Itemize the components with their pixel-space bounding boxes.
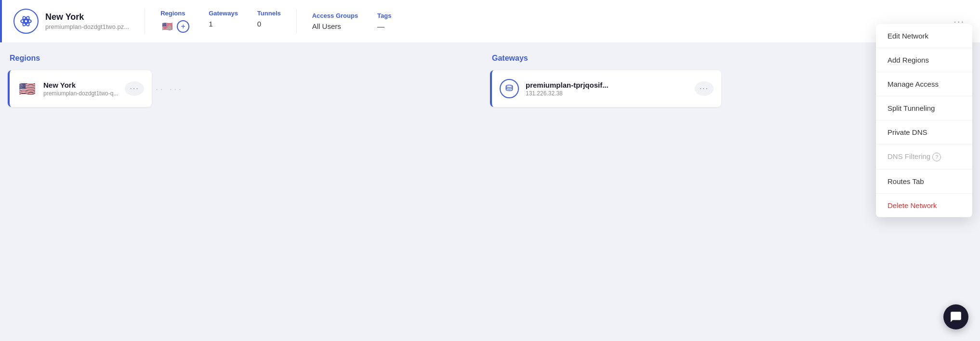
- tags-value: —: [377, 22, 391, 30]
- gateway-name: premiumplan-tprjqosif...: [526, 81, 688, 89]
- svg-point-0: [25, 20, 28, 23]
- dots-connector: ·· ···: [152, 83, 187, 94]
- regions-title: Regions: [8, 54, 490, 63]
- region-menu-btn[interactable]: ···: [125, 81, 144, 96]
- dropdown-item-edit-network[interactable]: Edit Network: [876, 24, 972, 48]
- chat-button[interactable]: [943, 304, 968, 329]
- gateway-ip: 131.226.32.38: [526, 90, 688, 97]
- stat-tags: Tags —: [377, 12, 391, 30]
- tunnels-label: Tunnels: [257, 10, 281, 17]
- svg-point-4: [506, 85, 512, 88]
- stat-group-2: Access Groups All Users Tags —: [312, 12, 392, 30]
- network-identity: New York premiumplan-dozdgt1two.pz...: [13, 9, 129, 34]
- network-name: New York: [45, 12, 129, 22]
- access-groups-label: Access Groups: [312, 12, 358, 19]
- dropdown-item-routes-table[interactable]: Routes Tab: [876, 170, 972, 194]
- region-card: 🇺🇸 New York premiumplan-dozdgt1two-q... …: [8, 70, 152, 107]
- network-subtitle: premiumplan-dozdgt1two.pz...: [45, 23, 129, 30]
- network-name-group: New York premiumplan-dozdgt1two.pz...: [45, 12, 129, 30]
- regions-section: Regions 🇺🇸 New York premiumplan-dozdgt1t…: [8, 54, 490, 107]
- dropdown-item-dns-filtering: DNS Filtering?: [876, 144, 972, 170]
- dropdown-item-split-tunneling[interactable]: Split Tunneling: [876, 96, 972, 120]
- dropdown-item-delete-network[interactable]: Delete Network: [876, 194, 972, 217]
- dropdown-menu: Edit NetworkAdd RegionsManage AccessSpli…: [876, 24, 972, 217]
- regions-cards-row: 🇺🇸 New York premiumplan-dozdgt1two-q... …: [8, 70, 490, 107]
- gateway-info: premiumplan-tprjqosif... 131.226.32.38: [526, 81, 688, 97]
- access-groups-value: All Users: [312, 22, 358, 30]
- sections-container: Regions 🇺🇸 New York premiumplan-dozdgt1t…: [0, 42, 980, 107]
- stat-regions: Regions 🇺🇸 +: [160, 10, 189, 33]
- gateways-value: 1: [209, 20, 238, 28]
- gateway-menu-btn[interactable]: ···: [695, 81, 714, 96]
- stat-group: Regions 🇺🇸 + Gateways 1 Tunnels 0: [160, 10, 281, 33]
- region-subtitle: premiumplan-dozdgt1two-q...: [43, 90, 118, 97]
- gateway-card: premiumplan-tprjqosif... 131.226.32.38 ·…: [490, 70, 721, 107]
- regions-label: Regions: [160, 10, 189, 17]
- stat-access-groups: Access Groups All Users: [312, 12, 358, 30]
- region-info: New York premiumplan-dozdgt1two-q...: [43, 81, 118, 97]
- gateway-icon: [500, 79, 519, 98]
- header-divider-2: [296, 9, 297, 33]
- network-header: New York premiumplan-dozdgt1two.pz... Re…: [0, 0, 980, 42]
- dropdown-item-private-dns[interactable]: Private DNS: [876, 120, 972, 144]
- add-region-btn[interactable]: +: [177, 20, 189, 33]
- tunnels-value: 0: [257, 20, 281, 28]
- stat-tunnels: Tunnels 0: [257, 10, 281, 28]
- network-icon: [13, 9, 39, 34]
- help-icon[interactable]: ?: [932, 153, 941, 161]
- header-divider: [145, 9, 145, 33]
- dropdown-item-add-regions[interactable]: Add Regions: [876, 48, 972, 72]
- us-flag: 🇺🇸: [160, 20, 174, 33]
- stat-gateways: Gateways 1: [209, 10, 238, 28]
- gateways-label: Gateways: [209, 10, 238, 17]
- tags-label: Tags: [377, 12, 391, 19]
- regions-display: 🇺🇸 +: [160, 20, 189, 33]
- region-name: New York: [43, 81, 118, 89]
- region-flag: 🇺🇸: [17, 79, 37, 98]
- dropdown-item-manage-access[interactable]: Manage Access: [876, 72, 972, 96]
